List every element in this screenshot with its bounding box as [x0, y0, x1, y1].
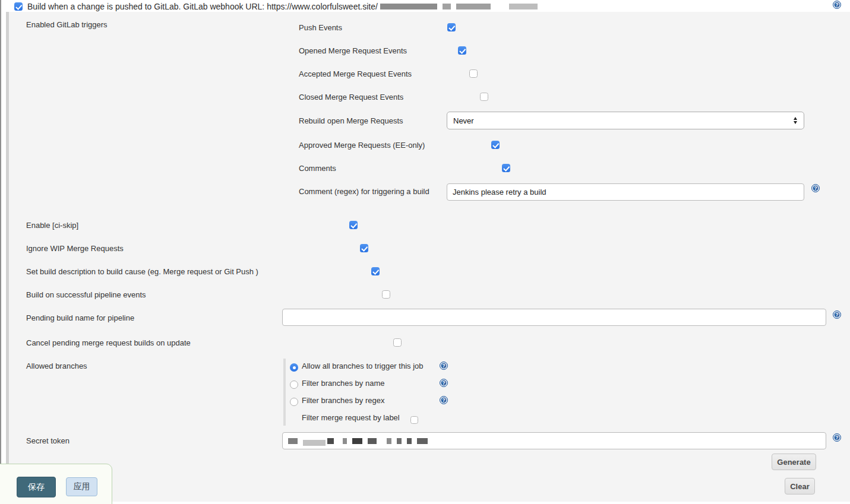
comments-label: Comments: [299, 164, 336, 173]
pending-build-name-label: Pending build name for pipeline: [26, 313, 134, 322]
build-when-pushed-row: Build when a change is pushed to GitLab.…: [14, 1, 538, 11]
help-icon[interactable]: ?: [811, 184, 820, 192]
help-icon[interactable]: ?: [440, 362, 448, 370]
generate-button[interactable]: Generate: [772, 454, 816, 470]
pipeline-events-checkbox[interactable]: [382, 290, 390, 299]
help-icon[interactable]: ?: [440, 396, 448, 404]
accepted-mr-checkbox[interactable]: [469, 69, 478, 78]
filter-mr-by-label-checkbox[interactable]: [410, 416, 418, 424]
secret-token-input[interactable]: [282, 432, 826, 449]
secret-token-label: Secret token: [26, 436, 69, 445]
cancel-pending-checkbox[interactable]: [393, 338, 402, 347]
opened-mr-label: Opened Merge Request Events: [299, 46, 407, 55]
filter-branches-by-name-radio[interactable]: [290, 381, 298, 389]
approved-mr-label: Approved Merge Requests (EE-only): [299, 141, 425, 150]
push-events-checkbox[interactable]: [447, 23, 456, 31]
push-events-label: Push Events: [299, 23, 342, 32]
build-desc-checkbox[interactable]: [371, 267, 380, 275]
help-icon[interactable]: ?: [833, 1, 841, 9]
closed-mr-checkbox[interactable]: [480, 93, 488, 101]
allow-all-branches-radio[interactable]: [290, 363, 298, 372]
allowed-branches-indent-bar: [283, 359, 286, 426]
filter-branches-by-name-label: Filter branches by name: [302, 379, 384, 388]
help-icon[interactable]: ?: [833, 310, 841, 319]
window-left-edge: [0, 0, 1, 504]
save-button[interactable]: 保存: [17, 477, 56, 497]
ignore-wip-label: Ignore WIP Merge Requests: [26, 244, 124, 253]
comments-checkbox[interactable]: [502, 164, 510, 172]
allow-all-branches-label: Allow all branches to trigger this job: [302, 362, 424, 370]
redacted-webhook-url: [380, 4, 538, 9]
enabled-triggers-label: Enabled GitLab triggers: [26, 20, 108, 29]
rebuild-open-mr-select[interactable]: Never: [447, 112, 804, 129]
rebuild-open-mr-value: Never: [453, 116, 474, 125]
cancel-pending-label: Cancel pending merge request builds on u…: [26, 338, 191, 347]
closed-mr-label: Closed Merge Request Events: [299, 93, 403, 102]
clear-button[interactable]: Clear: [785, 478, 815, 495]
redacted-secret-token: [288, 436, 428, 446]
section-indent-bar: [6, 12, 9, 502]
pipeline-events-label: Build on successful pipeline events: [26, 290, 146, 299]
ci-skip-checkbox[interactable]: [349, 221, 358, 229]
section-background: [9, 12, 850, 502]
approved-mr-checkbox[interactable]: [491, 141, 500, 149]
ci-skip-label: Enable [ci-skip]: [26, 221, 78, 230]
save-panel: 保存 应用: [0, 464, 112, 504]
accepted-mr-label: Accepted Merge Request Events: [299, 69, 412, 78]
comment-regex-label: Comment (regex) for triggering a build: [299, 187, 429, 196]
build-when-pushed-label: Build when a change is pushed to GitLab.…: [27, 2, 378, 11]
comment-regex-input[interactable]: [447, 183, 804, 201]
allowed-branches-label: Allowed branches: [26, 362, 87, 370]
pending-build-name-input[interactable]: [282, 309, 826, 326]
filter-mr-by-label-label: Filter merge request by label: [302, 413, 400, 422]
filter-branches-by-regex-radio[interactable]: [290, 398, 298, 406]
select-updown-arrows-icon: [794, 117, 797, 124]
ignore-wip-checkbox[interactable]: [360, 244, 368, 252]
help-icon[interactable]: ?: [833, 433, 841, 442]
build-desc-label: Set build description to build cause (eg…: [26, 267, 258, 276]
filter-branches-by-regex-label: Filter branches by regex: [302, 396, 384, 405]
apply-button[interactable]: 应用: [66, 477, 97, 496]
opened-mr-checkbox[interactable]: [458, 46, 466, 55]
help-icon[interactable]: ?: [440, 379, 448, 387]
build-when-pushed-checkbox[interactable]: [14, 2, 23, 11]
rebuild-open-mr-label: Rebuild open Merge Requests: [299, 116, 403, 125]
